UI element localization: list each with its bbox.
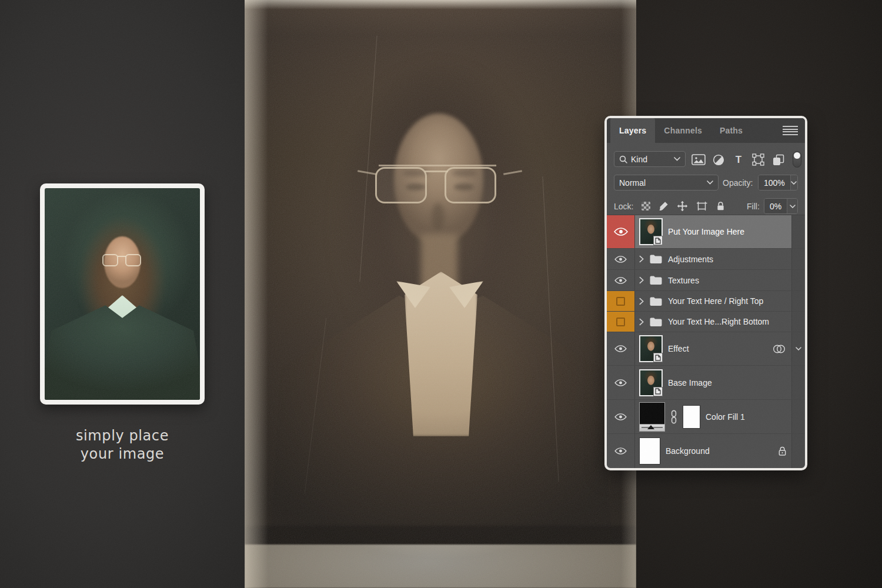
move-lock-icon[interactable] — [676, 201, 688, 212]
fill-label: Fill: — [747, 198, 760, 214]
type-layer-filter-icon[interactable]: T — [731, 152, 746, 167]
eye-icon — [614, 379, 627, 386]
plate-vignette — [245, 0, 636, 588]
shape-layer-filter-icon[interactable] — [751, 152, 766, 167]
layer-name: Your Text He...Right Bottom — [668, 317, 769, 326]
disclosure-chevron-icon[interactable] — [639, 255, 644, 263]
layer-name: Background — [666, 446, 710, 456]
main-canvas-image — [245, 0, 636, 588]
layer-row-text-right-top[interactable]: Your Text Here / Right Top — [607, 291, 805, 312]
chevron-down-icon — [796, 347, 801, 350]
hidden-eye-box — [616, 297, 625, 306]
caption-line-2: your image — [28, 445, 216, 463]
layer-row-put-your-image-here[interactable]: Put Your Image Here — [607, 215, 805, 249]
visibility-toggle[interactable] — [607, 249, 635, 269]
kind-filter-value: Kind — [631, 155, 670, 164]
eye-icon — [614, 447, 627, 455]
layer-row-textures[interactable]: Textures — [607, 270, 805, 291]
lock-row: Lock: — [614, 198, 726, 214]
blend-mode-dropdown[interactable]: Normal — [614, 175, 719, 191]
layer-name: Adjustments — [668, 255, 713, 264]
artboard-lock-icon[interactable] — [696, 201, 707, 212]
layer-row-color-fill-1[interactable]: Color Fill 1 — [607, 400, 805, 434]
chevron-down-icon[interactable] — [787, 199, 797, 213]
eye-icon — [614, 228, 628, 236]
folder-icon — [649, 275, 663, 285]
visibility-toggle[interactable] — [607, 312, 635, 332]
visibility-toggle[interactable] — [607, 291, 635, 311]
chain-link-icon[interactable] — [670, 410, 677, 424]
disclosure-chevron-icon[interactable] — [639, 276, 644, 284]
layer-row-effect[interactable]: Effect — [607, 332, 805, 366]
caption-line-1: simply place — [28, 427, 216, 445]
eye-icon — [614, 277, 627, 284]
fill-field[interactable]: 0% — [764, 198, 798, 214]
visibility-toggle[interactable] — [607, 434, 635, 468]
opacity-value: 100% — [759, 175, 790, 190]
layer-row-background[interactable]: Background — [607, 434, 805, 468]
eye-icon — [614, 256, 627, 263]
folder-icon — [649, 317, 663, 327]
smart-object-filter-icon[interactable] — [771, 152, 786, 167]
visibility-toggle[interactable] — [607, 400, 635, 433]
fill-layer-thumbnail[interactable] — [639, 402, 665, 432]
search-icon — [619, 155, 627, 163]
chevron-down-icon[interactable] — [790, 175, 797, 190]
visibility-toggle[interactable] — [607, 366, 635, 399]
tab-channels[interactable]: Channels — [655, 118, 711, 143]
layer-thumbnail[interactable] — [639, 369, 663, 396]
disclosure-chevron-icon[interactable] — [639, 318, 644, 326]
layer-thumbnail[interactable] — [639, 437, 660, 465]
eye-icon — [614, 345, 627, 352]
visibility-toggle[interactable] — [607, 215, 635, 248]
pixel-layer-filter-icon[interactable] — [691, 152, 706, 167]
smart-object-badge-icon — [653, 387, 663, 396]
blending-circles-icon[interactable] — [771, 344, 787, 354]
preview-photo — [45, 188, 200, 400]
layer-name: Color Fill 1 — [706, 412, 745, 422]
padlock-icon — [778, 446, 787, 456]
smart-object-badge-icon — [653, 353, 663, 362]
tab-paths[interactable]: Paths — [711, 118, 751, 143]
filter-toggle[interactable] — [793, 151, 801, 168]
panel-tab-bar: Layers Channels Paths — [607, 118, 805, 143]
layer-name: Textures — [668, 276, 699, 285]
fill-value: 0% — [764, 199, 787, 213]
tab-layers[interactable]: Layers — [610, 118, 655, 143]
caption-text: simply place your image — [28, 427, 216, 463]
layer-mask-thumbnail[interactable] — [683, 405, 700, 429]
adjustment-layer-filter-icon[interactable] — [711, 152, 726, 167]
smart-filter-expander[interactable] — [791, 332, 805, 365]
eye-icon — [614, 413, 627, 420]
visibility-toggle[interactable] — [607, 332, 635, 365]
layer-row-adjustments[interactable]: Adjustments — [607, 249, 805, 270]
layer-thumbnail[interactable] — [639, 335, 663, 362]
visibility-toggle[interactable] — [607, 270, 635, 290]
filter-icon-group: T — [691, 152, 786, 168]
layers-panel: Layers Channels Paths Kind T — [604, 116, 807, 470]
opacity-field[interactable]: 100% — [758, 175, 798, 191]
disclosure-chevron-icon[interactable] — [639, 298, 644, 305]
folder-icon — [649, 254, 663, 264]
transparency-lock-icon[interactable] — [642, 202, 650, 211]
screenshot-root: simply place your image Layers Channels … — [0, 0, 882, 588]
chevron-down-icon — [674, 157, 680, 161]
blend-mode-value: Normal — [619, 178, 703, 188]
layer-row-base-image[interactable]: Base Image — [607, 366, 805, 400]
smart-object-badge-icon — [653, 236, 663, 245]
layer-name: Base Image — [668, 378, 712, 387]
preview-glasses — [102, 254, 142, 268]
layer-thumbnail[interactable] — [639, 218, 663, 245]
panel-menu-icon[interactable] — [783, 126, 798, 135]
folder-icon — [649, 296, 663, 306]
layer-list: Put Your Image Here Adjustments — [607, 215, 805, 468]
hidden-eye-box — [616, 318, 625, 326]
layer-row-text-right-bottom[interactable]: Your Text He...Right Bottom — [607, 312, 805, 332]
layer-name: Effect — [668, 344, 689, 353]
layer-name: Your Text Here / Right Top — [668, 296, 763, 306]
lock-all-icon[interactable] — [715, 201, 726, 212]
preview-photo-frame — [40, 183, 205, 405]
plate-edge-glow — [245, 0, 268, 588]
kind-filter-dropdown[interactable]: Kind — [614, 151, 686, 167]
brush-lock-icon[interactable] — [658, 201, 669, 212]
